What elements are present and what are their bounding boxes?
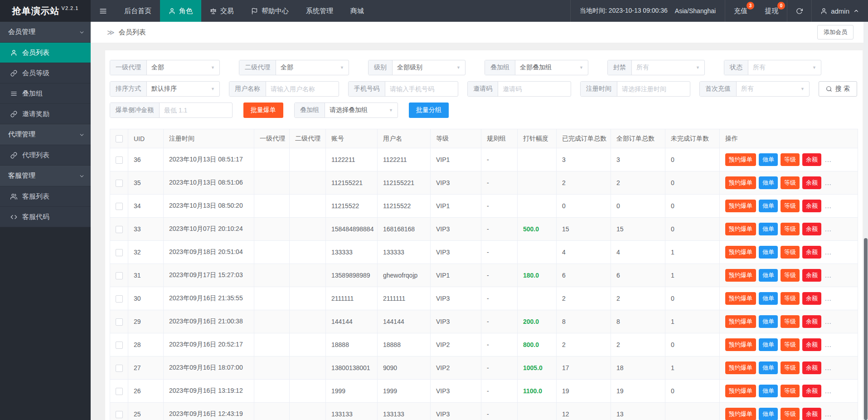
sidebar-item-member-level[interactable]: 会员等级 xyxy=(0,63,91,83)
row-action-reserve-burst[interactable]: 预约爆单 xyxy=(725,223,756,235)
filter-username-input[interactable] xyxy=(266,82,339,96)
row-checkbox[interactable] xyxy=(116,365,123,372)
row-action-reserve-burst[interactable]: 预约爆单 xyxy=(725,246,756,259)
row-more-button[interactable]: ... xyxy=(824,387,832,395)
filter-status-dropdown[interactable]: 所有▼ xyxy=(748,60,821,75)
row-more-button[interactable]: ... xyxy=(824,202,832,210)
row-action-level[interactable]: 等级 xyxy=(781,223,800,235)
row-checkbox[interactable] xyxy=(116,411,123,418)
filter-primary-agent-dropdown[interactable]: 全部▼ xyxy=(147,60,219,75)
row-action-make-order[interactable]: 做单 xyxy=(759,338,778,351)
row-action-reserve-burst[interactable]: 预约爆单 xyxy=(725,315,756,328)
row-checkbox[interactable] xyxy=(116,203,123,210)
filter-secondary-agent-dropdown[interactable]: 全部▼ xyxy=(276,60,349,75)
filter-level-dropdown[interactable]: 全部级别▼ xyxy=(393,60,465,75)
row-more-button[interactable]: ... xyxy=(824,364,832,371)
row-checkbox[interactable] xyxy=(116,226,123,233)
row-action-balance[interactable]: 余额 xyxy=(802,153,821,166)
row-action-reserve-burst[interactable]: 预约爆单 xyxy=(725,200,756,212)
row-action-make-order[interactable]: 做单 xyxy=(759,153,778,166)
row-more-button[interactable]: ... xyxy=(824,295,832,302)
filter-reg-time-input[interactable] xyxy=(617,82,690,96)
nav-item-mall[interactable]: 商城 xyxy=(342,0,373,22)
row-action-level[interactable]: 等级 xyxy=(781,361,800,374)
filter-sort-dropdown[interactable]: 默认排序▼ xyxy=(147,82,219,96)
row-action-make-order[interactable]: 做单 xyxy=(759,246,778,259)
nav-item-system[interactable]: 系统管理 xyxy=(297,0,342,22)
row-action-make-order[interactable]: 做单 xyxy=(759,292,778,305)
filter-overlay-group-dropdown[interactable]: 全部叠加组▼ xyxy=(515,60,588,75)
row-action-reserve-burst[interactable]: 预约爆单 xyxy=(725,269,756,282)
row-checkbox[interactable] xyxy=(116,272,123,279)
row-checkbox[interactable] xyxy=(116,180,123,187)
sidebar-item-member-list[interactable]: 会员列表 xyxy=(0,43,91,63)
row-more-button[interactable]: ... xyxy=(824,249,832,256)
row-action-balance[interactable]: 余额 xyxy=(802,176,821,189)
row-action-balance[interactable]: 余额 xyxy=(802,338,821,351)
row-action-reserve-burst[interactable]: 预约爆单 xyxy=(725,292,756,305)
row-action-level[interactable]: 等级 xyxy=(781,315,800,328)
row-action-make-order[interactable]: 做单 xyxy=(759,176,778,189)
search-button[interactable]: 搜 索 xyxy=(819,81,857,97)
scrollbar-thumb[interactable] xyxy=(864,238,868,420)
sidebar-toggle[interactable] xyxy=(91,0,116,22)
row-action-reserve-burst[interactable]: 预约爆单 xyxy=(725,385,756,397)
row-action-make-order[interactable]: 做单 xyxy=(759,361,778,374)
filter-batch-overlay-group-dropdown[interactable]: 请选择叠加组▼ xyxy=(325,103,398,117)
row-action-level[interactable]: 等级 xyxy=(781,338,800,351)
row-action-reserve-burst[interactable]: 预约爆单 xyxy=(725,338,756,351)
row-action-make-order[interactable]: 做单 xyxy=(759,269,778,282)
row-action-balance[interactable]: 余额 xyxy=(802,361,821,374)
row-action-make-order[interactable]: 做单 xyxy=(759,408,778,420)
filter-first-recharge-dropdown[interactable]: 所有▼ xyxy=(737,82,809,96)
row-more-button[interactable]: ... xyxy=(824,341,832,348)
row-checkbox[interactable] xyxy=(116,318,123,326)
refresh-button[interactable] xyxy=(787,0,811,22)
filter-invite-code-input[interactable] xyxy=(498,82,571,96)
row-action-make-order[interactable]: 做单 xyxy=(759,315,778,328)
row-more-button[interactable]: ... xyxy=(824,410,832,418)
filter-phone-input[interactable] xyxy=(385,82,458,96)
row-action-make-order[interactable]: 做单 xyxy=(759,200,778,212)
add-member-button[interactable]: 添加会员 xyxy=(817,25,853,39)
row-action-make-order[interactable]: 做单 xyxy=(759,223,778,235)
row-action-balance[interactable]: 余额 xyxy=(802,408,821,420)
row-action-reserve-burst[interactable]: 预约爆单 xyxy=(725,408,756,420)
row-action-balance[interactable]: 余额 xyxy=(802,385,821,397)
page-scrollbar[interactable] xyxy=(863,22,868,420)
row-action-reserve-burst[interactable]: 预约爆单 xyxy=(725,176,756,189)
batch-burst-button[interactable]: 批量爆单 xyxy=(243,103,283,118)
row-checkbox[interactable] xyxy=(116,156,123,164)
select-all-checkbox[interactable] xyxy=(116,135,123,142)
row-action-reserve-burst[interactable]: 预约爆单 xyxy=(725,361,756,374)
row-checkbox[interactable] xyxy=(116,249,123,256)
row-action-level[interactable]: 等级 xyxy=(781,408,800,420)
row-more-button[interactable]: ... xyxy=(824,272,832,279)
sidebar-group-member-management[interactable]: 会员管理 xyxy=(0,22,91,43)
filter-burst-amount-input[interactable] xyxy=(160,103,232,117)
sidebar-item-invite-reward[interactable]: 邀请奖励 xyxy=(0,104,91,124)
row-action-balance[interactable]: 余额 xyxy=(802,200,821,212)
row-action-reserve-burst[interactable]: 预约爆单 xyxy=(725,153,756,166)
nav-item-roles[interactable]: 角色 xyxy=(160,0,201,22)
sidebar-group-service-management[interactable]: 客服管理 xyxy=(0,166,91,186)
sidebar-item-service-code[interactable]: 客服代码 xyxy=(0,207,91,227)
nav-item-help-center[interactable]: 帮助中心 xyxy=(242,0,297,22)
row-action-level[interactable]: 等级 xyxy=(781,385,800,397)
row-action-level[interactable]: 等级 xyxy=(781,200,800,212)
row-action-make-order[interactable]: 做单 xyxy=(759,385,778,397)
row-checkbox[interactable] xyxy=(116,388,123,395)
recharge-button[interactable]: 充值 3 xyxy=(725,0,756,22)
user-menu[interactable]: admin xyxy=(811,0,868,22)
sidebar-item-overlay-group[interactable]: 叠加组 xyxy=(0,83,91,104)
row-action-level[interactable]: 等级 xyxy=(781,292,800,305)
row-action-balance[interactable]: 余额 xyxy=(802,315,821,328)
row-action-level[interactable]: 等级 xyxy=(781,246,800,259)
row-checkbox[interactable] xyxy=(116,342,123,349)
sidebar-item-agent-list[interactable]: 代理列表 xyxy=(0,145,91,166)
nav-item-trade[interactable]: 交易 xyxy=(201,0,242,22)
nav-item-dashboard[interactable]: 后台首页 xyxy=(116,0,160,22)
sidebar-group-agent-management[interactable]: 代理管理 xyxy=(0,124,91,145)
filter-ban-dropdown[interactable]: 所有▼ xyxy=(632,60,704,75)
row-action-level[interactable]: 等级 xyxy=(781,176,800,189)
